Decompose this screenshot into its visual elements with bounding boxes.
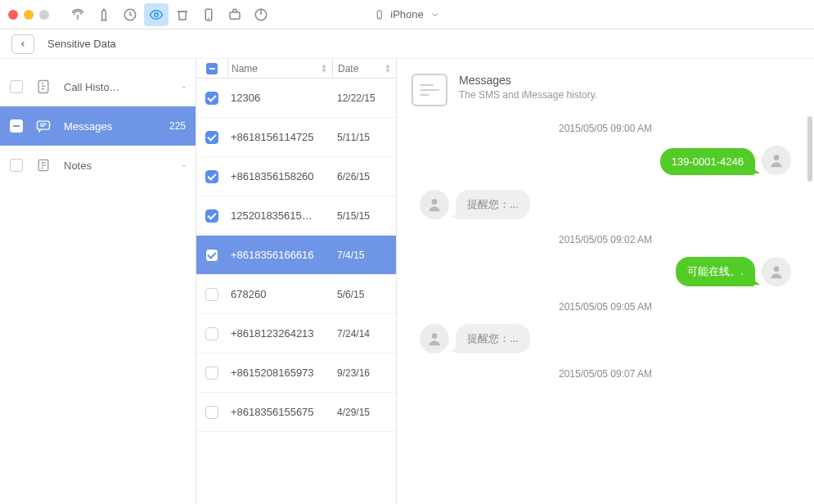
avatar xyxy=(420,324,449,353)
row-date: 5/11/15 xyxy=(332,132,396,143)
toolbar-trash-icon[interactable] xyxy=(170,3,195,26)
device-selector[interactable]: iPhone xyxy=(374,8,439,20)
header-date[interactable]: Date ▲▼ xyxy=(332,59,396,78)
row-date: 9/23/16 xyxy=(332,367,396,379)
chat-timestamp: 2015/05/05 09:05 AM xyxy=(413,301,798,313)
window-close-button[interactable] xyxy=(8,10,18,20)
svg-point-17 xyxy=(774,155,780,160)
row-name: +8615208165973 xyxy=(227,367,332,379)
sidebar-item-count: 225 xyxy=(169,120,186,132)
chat-bubble[interactable]: 139-0001-4246 xyxy=(660,148,755,175)
header-checkbox-cell[interactable] xyxy=(196,63,227,74)
row-checkbox[interactable] xyxy=(205,209,218,223)
message-list: Name ▲▼ Date ▲▼ 1230612/22/15+8618156114… xyxy=(196,59,397,504)
svg-point-1 xyxy=(155,12,159,16)
header-name-label: Name xyxy=(232,63,258,74)
detail-pane: Messages The SMS and iMessage history. 2… xyxy=(397,59,814,504)
svg-point-18 xyxy=(432,199,438,205)
scrollbar-thumb[interactable] xyxy=(807,116,812,182)
sidebar-item-messages[interactable]: Messages 225 xyxy=(0,106,196,146)
list-rows-container: 1230612/22/15+86181561147255/11/15+86183… xyxy=(196,79,396,504)
phone-log-icon xyxy=(34,78,52,96)
svg-point-20 xyxy=(432,333,438,339)
row-date: 12/22/15 xyxy=(332,92,396,104)
row-checkbox[interactable] xyxy=(205,367,218,380)
notes-icon xyxy=(34,156,52,174)
sort-arrows-icon: ▲▼ xyxy=(385,64,391,74)
header-name[interactable]: Name ▲▼ xyxy=(227,59,332,78)
chat-message-row: 139-0001-4246 xyxy=(413,146,798,175)
window-minimize-button[interactable] xyxy=(24,10,34,20)
chevron-down-icon xyxy=(430,9,440,20)
toolbar-briefcase-icon[interactable] xyxy=(223,3,247,26)
row-name: +8618356158260 xyxy=(227,170,332,182)
row-checkbox[interactable] xyxy=(205,170,218,183)
list-row[interactable]: +86181232642137/24/14 xyxy=(196,314,396,353)
toolbar-wifi-icon[interactable] xyxy=(65,3,90,26)
sidebar-item-notes[interactable]: Notes - xyxy=(0,146,196,185)
row-date: 7/4/15 xyxy=(332,250,396,261)
row-checkbox[interactable] xyxy=(205,406,218,419)
list-row[interactable]: +86183561582606/26/15 xyxy=(196,157,396,196)
sidebar-item-label: Call Histo… xyxy=(64,81,186,93)
header-checkbox[interactable] xyxy=(206,63,218,74)
row-date: 5/15/15 xyxy=(332,210,396,222)
list-row[interactable]: +86183561666167/4/15 xyxy=(196,236,396,275)
row-name: +8618356166616 xyxy=(227,249,332,261)
chat-message-row: 可能在线。. xyxy=(413,257,798,286)
sidebar-item-trailing: - xyxy=(182,80,186,93)
svg-point-19 xyxy=(774,266,780,272)
main-content: Call Histo… - Messages 225 Notes - xyxy=(0,59,814,504)
window-maximize-button[interactable] xyxy=(39,10,49,20)
chat-thread[interactable]: 2015/05/05 09:00 AM139-0001-4246提醒您：...2… xyxy=(397,110,814,504)
row-checkbox[interactable] xyxy=(205,92,218,105)
row-name: 12306 xyxy=(227,92,332,104)
list-row[interactable]: +86183561556754/29/15 xyxy=(196,393,396,432)
list-row[interactable]: 1230612/22/15 xyxy=(196,79,396,118)
row-checkbox[interactable] xyxy=(205,249,218,262)
row-checkbox[interactable] xyxy=(205,327,218,340)
avatar xyxy=(762,146,791,175)
row-checkbox[interactable] xyxy=(205,131,218,144)
toolbar-button-group xyxy=(65,3,273,26)
chat-bubble[interactable]: 提醒您：... xyxy=(456,190,530,219)
row-name: +8618356155675 xyxy=(227,406,332,418)
checkbox[interactable] xyxy=(10,119,23,133)
chat-message-row: 提醒您：... xyxy=(413,324,798,353)
chevron-left-icon xyxy=(19,40,27,48)
toolbar-power-icon[interactable] xyxy=(249,3,273,26)
back-button[interactable] xyxy=(11,34,34,54)
row-name: +8618123264213 xyxy=(227,327,332,340)
row-name: +8618156114725 xyxy=(227,131,332,143)
chat-bubble[interactable]: 提醒您：... xyxy=(456,324,530,353)
checkbox[interactable] xyxy=(10,159,23,172)
chat-timestamp: 2015/05/05 09:07 AM xyxy=(413,368,798,380)
row-date: 5/6/15 xyxy=(332,289,396,300)
list-row[interactable]: +86152081659739/23/16 xyxy=(196,353,396,393)
list-row[interactable]: +86181561147255/11/15 xyxy=(196,118,396,157)
toolbar-eraser-icon[interactable] xyxy=(92,3,116,26)
detail-header: Messages The SMS and iMessage history. xyxy=(397,59,814,110)
window-traffic-lights xyxy=(8,10,49,20)
row-checkbox[interactable] xyxy=(205,288,218,301)
checkbox[interactable] xyxy=(10,80,23,93)
toolbar-clock-icon[interactable] xyxy=(118,3,142,26)
list-row[interactable]: 125201835615…5/15/15 xyxy=(196,196,396,236)
svg-rect-9 xyxy=(38,81,48,93)
breadcrumb-bar: Sensitive Data xyxy=(0,29,814,59)
sidebar-item-call-history[interactable]: Call Histo… - xyxy=(0,67,196,106)
header-date-label: Date xyxy=(338,63,358,74)
chat-bubble[interactable]: 可能在线。. xyxy=(676,257,755,286)
sidebar: Call Histo… - Messages 225 Notes - xyxy=(0,59,196,504)
chat-timestamp: 2015/05/05 09:02 AM xyxy=(413,234,798,245)
sidebar-item-label: Notes xyxy=(64,160,186,172)
detail-subtitle: The SMS and iMessage history. xyxy=(459,89,597,101)
toolbar-device-icon[interactable] xyxy=(196,3,221,26)
messages-icon xyxy=(34,117,52,135)
device-label: iPhone xyxy=(390,8,423,20)
detail-title: Messages xyxy=(459,74,597,87)
toolbar-eye-icon[interactable] xyxy=(144,3,169,26)
row-name: 678260 xyxy=(227,288,332,300)
avatar xyxy=(420,190,449,219)
list-row[interactable]: 6782605/6/15 xyxy=(196,275,396,314)
